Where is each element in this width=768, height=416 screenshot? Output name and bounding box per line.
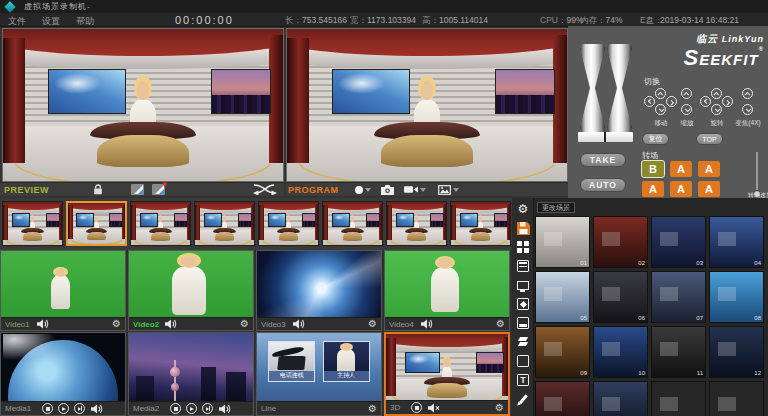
scene-thumbnail-13[interactable]: 13 — [535, 381, 590, 416]
scale-up-button[interactable] — [681, 88, 692, 99]
t-bar-left-handle[interactable] — [580, 44, 605, 132]
transition-button-5[interactable]: A — [670, 181, 692, 197]
media2-play-button[interactable] — [186, 403, 197, 414]
menu-settings[interactable]: 设置 — [42, 15, 60, 28]
transition-speed-slider[interactable] — [756, 152, 758, 194]
zoom-out-button[interactable] — [742, 104, 753, 115]
rotate-left-button[interactable] — [700, 96, 711, 107]
snapshot-button[interactable] — [381, 181, 394, 199]
display-icon[interactable] — [515, 277, 531, 293]
scene-thumbnail-09[interactable]: 09 — [535, 326, 590, 378]
transition-button-6[interactable]: A — [698, 181, 720, 197]
scene-thumbnail-05[interactable]: 05 — [535, 271, 590, 323]
stream-dropdown-caret[interactable] — [420, 188, 426, 192]
stream-button[interactable] — [404, 185, 426, 194]
effects-icon[interactable] — [515, 296, 531, 312]
media2-next-button[interactable] — [202, 403, 213, 414]
camera-angle-thumb-5[interactable] — [258, 201, 319, 246]
scene-thumbnail-08[interactable]: 08 — [709, 271, 764, 323]
scene3d-settings-icon[interactable]: ⚙ — [495, 403, 504, 413]
scene-thumbnail-14[interactable]: 14 — [593, 381, 648, 416]
video4-volume-icon[interactable] — [421, 315, 434, 331]
media1-stop-button[interactable] — [42, 403, 53, 414]
camera-angle-thumb-6[interactable] — [322, 201, 383, 246]
scene3d-mute-icon[interactable] — [428, 399, 441, 416]
camera-angle-thumb-2-selected[interactable] — [66, 201, 127, 246]
move-right-button[interactable] — [666, 96, 677, 107]
scene3d-panel-selected[interactable]: 3D ⚙ — [384, 332, 510, 416]
settings-icon[interactable]: ⚙ — [515, 201, 531, 217]
video1-volume-icon[interactable] — [37, 315, 50, 331]
phone-call-tile[interactable]: 电话连线 — [268, 341, 315, 382]
video2-volume-icon[interactable] — [165, 315, 178, 331]
lock-icon[interactable] — [93, 181, 103, 199]
record-button[interactable] — [355, 186, 371, 194]
camera-angle-thumb-8[interactable] — [450, 201, 511, 246]
video3-settings-icon[interactable]: ⚙ — [368, 319, 377, 329]
video2-panel[interactable]: Video2 ⚙ — [128, 250, 254, 331]
keyer-1-icon[interactable] — [131, 184, 144, 195]
scene-thumbnail-02[interactable]: 02 — [593, 216, 648, 268]
host-tile[interactable]: 主持人 — [323, 341, 370, 382]
scene-thumbnail-16[interactable]: 16 — [709, 381, 764, 416]
rotate-down-button[interactable] — [711, 104, 722, 115]
media1-volume-icon[interactable] — [91, 400, 104, 416]
camera-angle-thumb-7[interactable] — [386, 201, 447, 246]
scene-thumbnail-04[interactable]: 04 — [709, 216, 764, 268]
layers-icon[interactable] — [515, 334, 531, 350]
menu-file[interactable]: 文件 — [8, 15, 26, 28]
media2-volume-icon[interactable] — [219, 400, 232, 416]
line-settings-icon[interactable]: ⚙ — [368, 404, 377, 414]
record-dropdown-caret[interactable] — [365, 188, 371, 192]
auto-button[interactable]: AUTO — [580, 178, 626, 192]
save-icon[interactable] — [515, 220, 531, 236]
video1-panel[interactable]: Video1 ⚙ — [0, 250, 126, 331]
scene-thumbnail-06[interactable]: 06 — [593, 271, 648, 323]
video4-panel[interactable]: Video4 ⚙ — [384, 250, 510, 331]
transition-button-1[interactable]: B — [642, 161, 664, 177]
video3-volume-icon[interactable] — [293, 315, 306, 331]
top-button[interactable]: TOP — [696, 133, 723, 145]
image-dropdown-caret[interactable] — [453, 188, 459, 192]
line-panel[interactable]: 电话连线 主持人 Line ⚙ — [256, 332, 382, 416]
move-down-button[interactable] — [655, 104, 666, 115]
camera-angle-thumb-1[interactable] — [2, 201, 63, 246]
frame-icon[interactable] — [515, 353, 531, 369]
take-button[interactable]: TAKE — [580, 153, 626, 167]
video1-settings-icon[interactable]: ⚙ — [112, 319, 121, 329]
media2-stop-button[interactable] — [170, 403, 181, 414]
transition-button-2[interactable]: A — [670, 161, 692, 177]
layout-grid-icon[interactable] — [515, 239, 531, 255]
media1-panel[interactable]: Media1 — [0, 332, 126, 416]
swap-preview-program-icon[interactable] — [252, 181, 278, 199]
pen-icon[interactable] — [515, 391, 531, 407]
video3-panel[interactable]: Video3 ⚙ — [256, 250, 382, 331]
transition-button-4[interactable]: A — [642, 181, 664, 197]
zoom-in-button[interactable] — [742, 88, 753, 99]
scene-thumbnail-07[interactable]: 07 — [651, 271, 706, 323]
scene-thumbnail-01[interactable]: 01 — [535, 216, 590, 268]
transition-button-3[interactable]: A — [698, 161, 720, 177]
image-output-button[interactable] — [438, 185, 459, 195]
scene3d-stop-button[interactable] — [411, 402, 422, 413]
scene-thumbnail-12[interactable]: 12 — [709, 326, 764, 378]
text-tool-icon[interactable]: T — [515, 372, 531, 388]
scene-thumbnail-03[interactable]: 03 — [651, 216, 706, 268]
scene-thumbnail-15[interactable]: 15 — [651, 381, 706, 416]
media1-play-button[interactable] — [58, 403, 69, 414]
camera-angle-thumb-3[interactable] — [130, 201, 191, 246]
keyer-2-icon[interactable] — [152, 184, 165, 195]
rotate-right-button[interactable] — [722, 96, 733, 107]
t-bar-right-handle[interactable] — [607, 44, 632, 132]
reset-button[interactable]: 复位 — [642, 133, 669, 145]
scale-down-button[interactable] — [681, 104, 692, 115]
move-left-button[interactable] — [644, 96, 655, 107]
camera-angle-thumb-4[interactable] — [194, 201, 255, 246]
rotate-up-button[interactable] — [711, 88, 722, 99]
media1-next-button[interactable] — [74, 403, 85, 414]
video2-settings-icon[interactable]: ⚙ — [240, 319, 249, 329]
move-up-button[interactable] — [655, 88, 666, 99]
playlist-icon[interactable] — [515, 258, 531, 274]
video4-settings-icon[interactable]: ⚙ — [496, 319, 505, 329]
media2-panel[interactable]: Media2 — [128, 332, 254, 416]
